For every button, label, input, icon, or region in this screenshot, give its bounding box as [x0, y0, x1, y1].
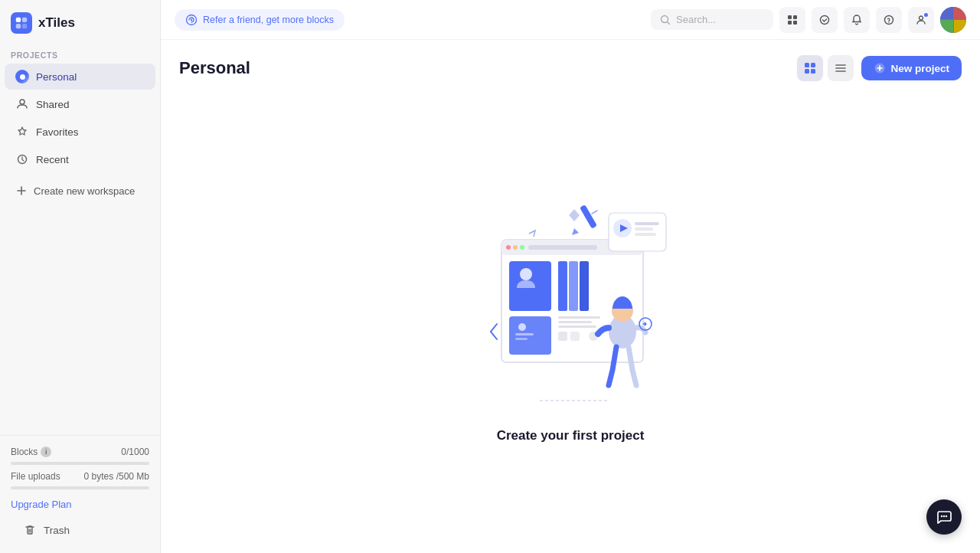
search-icon	[660, 15, 671, 25]
svg-rect-36	[558, 261, 567, 311]
help-button[interactable]	[876, 7, 902, 33]
grid-view-icon	[803, 61, 817, 75]
check-circle-icon	[818, 14, 831, 26]
refer-label: Refer a friend, get more blocks	[203, 15, 334, 25]
blocks-row: Blocks i 0/1000	[8, 443, 152, 459]
topbar: Refer a friend, get more blocks Search..…	[161, 0, 980, 40]
svg-rect-51	[635, 233, 656, 236]
empty-state-label: Create your first project	[497, 428, 645, 443]
svg-rect-9	[788, 15, 792, 19]
svg-rect-50	[635, 227, 653, 231]
topbar-right: Search...	[651, 7, 966, 33]
shared-icon	[15, 97, 29, 111]
page-header-right: New project	[797, 55, 962, 81]
svg-rect-17	[805, 63, 809, 67]
trash-label: Trash	[44, 525, 70, 536]
trash-icon	[23, 523, 37, 537]
plus-icon	[15, 185, 28, 197]
svg-point-55	[943, 515, 945, 517]
svg-rect-20	[811, 69, 815, 74]
svg-rect-2	[16, 24, 21, 28]
svg-rect-18	[811, 63, 815, 67]
notification-badge	[923, 11, 929, 18]
svg-rect-1	[22, 18, 27, 22]
sidebar-item-recent-label: Recent	[36, 154, 69, 165]
sidebar-item-trash[interactable]: Trash	[12, 516, 148, 544]
grid-icon	[786, 14, 799, 26]
sidebar-item-personal-label: Personal	[36, 71, 77, 83]
svg-point-54	[941, 515, 942, 517]
main-content: Create your first project	[161, 92, 980, 553]
svg-rect-10	[793, 15, 797, 19]
svg-point-4	[20, 100, 24, 104]
sidebar-bottom: Blocks i 0/1000 File uploads 0 bytes /50…	[0, 435, 160, 553]
svg-rect-3	[22, 24, 27, 28]
chat-icon	[936, 509, 952, 525]
svg-rect-39	[558, 316, 600, 319]
svg-point-13	[821, 15, 829, 24]
help-icon	[883, 14, 895, 26]
upgrade-plan-link[interactable]: Upgrade Plan	[8, 496, 152, 516]
user-avatar[interactable]	[940, 7, 966, 33]
svg-rect-38	[580, 261, 589, 311]
svg-rect-0	[16, 18, 21, 22]
svg-rect-35	[515, 338, 528, 340]
create-workspace-button[interactable]: Create new workspace	[5, 178, 155, 204]
svg-rect-43	[570, 332, 580, 341]
svg-point-15	[888, 21, 889, 22]
chat-support-button[interactable]	[926, 499, 962, 535]
notification-dot-button[interactable]	[908, 7, 934, 33]
new-project-button[interactable]: New project	[861, 56, 962, 80]
app-logo-icon	[11, 12, 32, 34]
page-title: Personal	[179, 58, 250, 78]
refer-icon	[185, 14, 198, 26]
main-area: Refer a friend, get more blocks Search..…	[161, 0, 980, 553]
view-toggle	[797, 55, 854, 81]
sidebar-item-favorites[interactable]: Favorites	[5, 119, 155, 145]
list-view-button[interactable]	[828, 55, 854, 81]
list-view-icon	[834, 61, 848, 75]
sidebar-item-personal[interactable]: Personal	[5, 64, 155, 90]
svg-point-14	[885, 15, 893, 24]
svg-point-31	[520, 268, 532, 280]
empty-state-illustration	[456, 171, 685, 416]
refer-badge[interactable]: Refer a friend, get more blocks	[175, 9, 345, 31]
create-workspace-label: Create new workspace	[34, 185, 135, 197]
star-icon	[15, 125, 29, 139]
sidebar-logo[interactable]: xTiles	[0, 0, 160, 43]
check-circle-button[interactable]	[812, 7, 838, 33]
plus-circle-icon	[874, 62, 886, 74]
svg-point-7	[191, 18, 192, 20]
search-bar[interactable]: Search...	[651, 9, 773, 30]
blocks-info-icon[interactable]: i	[41, 447, 51, 457]
grid-icon-button[interactable]	[779, 7, 805, 33]
sidebar: xTiles PROJECTS Personal Shared Favorite…	[0, 0, 161, 553]
projects-section-label: PROJECTS	[0, 43, 160, 63]
svg-rect-11	[788, 21, 792, 25]
new-project-label: New project	[890, 63, 949, 74]
sidebar-item-favorites-label: Favorites	[36, 126, 79, 138]
file-uploads-progress-bar	[11, 486, 149, 489]
svg-rect-12	[793, 21, 797, 25]
svg-rect-49	[635, 222, 659, 225]
avatar-mosaic	[940, 7, 966, 33]
page-header: Personal	[161, 40, 980, 92]
svg-rect-52	[580, 205, 597, 229]
svg-rect-19	[805, 69, 809, 74]
search-placeholder: Search...	[676, 14, 716, 25]
svg-point-56	[946, 515, 947, 517]
sidebar-item-recent[interactable]: Recent	[5, 146, 155, 172]
sidebar-item-shared[interactable]: Shared	[5, 91, 155, 117]
file-uploads-value: 0 bytes /500 Mb	[84, 471, 149, 482]
svg-rect-42	[558, 332, 567, 341]
blocks-progress-bar	[11, 462, 149, 465]
bell-button[interactable]	[844, 7, 870, 33]
svg-rect-25	[513, 245, 518, 250]
personal-icon	[15, 70, 29, 83]
file-uploads-label: File uploads	[11, 471, 60, 482]
svg-point-8	[662, 15, 668, 22]
bell-icon	[851, 14, 863, 26]
sidebar-item-shared-label: Shared	[36, 99, 70, 110]
grid-view-button[interactable]	[797, 55, 823, 81]
svg-point-33	[518, 323, 526, 331]
